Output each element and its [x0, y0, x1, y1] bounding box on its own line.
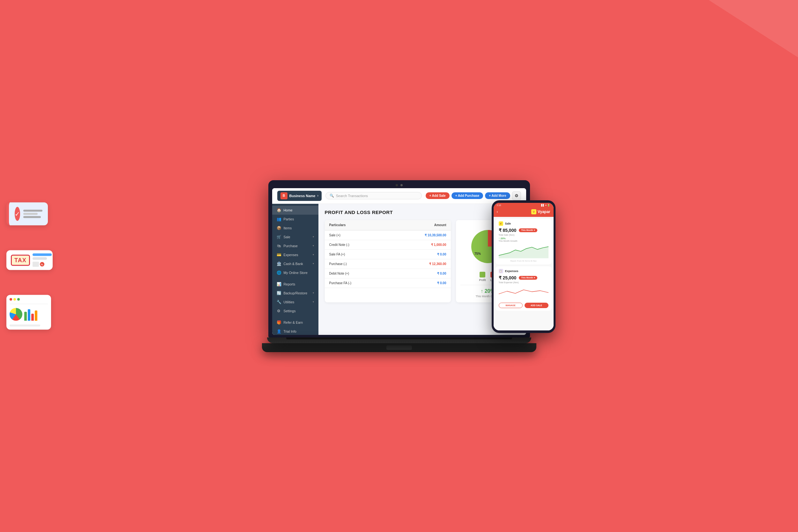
header-actions: + Add Sale + Add Purchase + Add More ⚙ — [426, 191, 521, 200]
add-sale-button[interactable]: + Add Sale — [426, 192, 449, 199]
camera-bar — [272, 184, 526, 186]
search-icon: 🔍 — [330, 194, 334, 198]
sidebar-item-cash-bank[interactable]: 🏦 Cash & Bank ▾ — [272, 259, 318, 268]
laptop-keyboard — [262, 343, 536, 352]
sale-month-chevron: ▾ — [534, 229, 535, 231]
pie-profit-label: 75% — [475, 252, 481, 255]
laptop-screen-frame: B Business Name › 🔍 Search Transactions … — [268, 180, 530, 338]
phone-back-button[interactable]: ‹ — [497, 210, 498, 214]
report-title: PROFIT AND LOSS REPORT — [325, 210, 520, 215]
expense-month-chevron: ▾ — [534, 277, 535, 279]
settings-icon: ⚙ — [515, 193, 519, 198]
vyapar-logo: V Vyapar — [531, 209, 551, 214]
add-sale-phone-button[interactable]: ADD SALE — [524, 303, 549, 308]
sale-chart-area — [499, 243, 549, 259]
particulars-cell: Purchase FA (-) — [325, 278, 389, 288]
sidebar-item-purchase[interactable]: 🛍 Purchase ▾ — [272, 242, 318, 250]
amount-cell: ₹ 0.00 — [388, 269, 450, 278]
sidebar-trial-label: Trial Info — [284, 329, 314, 333]
amount-cell: ₹ 10,39,500.00 — [388, 230, 450, 240]
sidebar-purchase-label: Purchase — [284, 244, 310, 248]
sidebar-expenses-label: Expenses — [284, 253, 310, 257]
settings-button[interactable]: ⚙ — [512, 191, 521, 200]
expense-section-icon: 📋 — [499, 269, 503, 273]
sidebar-item-reports[interactable]: 📊 Reports — [272, 280, 318, 289]
trial-icon: 👤 — [277, 329, 281, 334]
sidebar-cash-bank-label: Cash & Bank — [284, 262, 310, 266]
sidebar-reports-label: Reports — [284, 282, 314, 286]
business-name-button[interactable]: B Business Name › — [277, 191, 322, 201]
expense-chart-area — [499, 285, 549, 301]
check-icon: ✓ — [15, 207, 20, 221]
online-store-icon: 🌐 — [277, 270, 281, 275]
particulars-cell: Purchase (-) — [325, 259, 389, 269]
sidebar-item-utilities[interactable]: 🔧 Utilities ▾ — [272, 298, 318, 306]
parties-icon: 👥 — [277, 217, 281, 221]
expense-section: 📋 Expenses ₹ 25,000 This Month ▾ Total E… — [496, 266, 552, 311]
refer-icon: 🎁 — [277, 320, 281, 325]
amount-cell: ₹ 12,360.00 — [388, 259, 450, 269]
camera-dot — [396, 184, 398, 186]
sidebar-item-parties[interactable]: 👥 Parties — [272, 215, 318, 224]
add-more-button[interactable]: + Add More — [485, 192, 510, 199]
business-avatar: B — [280, 192, 287, 200]
sidebar-item-refer[interactable]: 🎁 Refer & Earn — [272, 318, 318, 327]
keyboard-trackpad — [386, 345, 412, 350]
laptop-hinge — [286, 338, 512, 339]
sidebar-item-expenses[interactable]: 💳 Expenses ▾ — [272, 250, 318, 259]
phone-status-bar: 2:10 ▋▋ ✦ 🔋 — [494, 203, 554, 208]
sidebar-settings-label: Settings — [284, 309, 314, 313]
sidebar-utilities-label: Utilities — [284, 300, 310, 304]
amount-cell: ₹ 0.00 — [388, 278, 450, 288]
expenses-icon: 💳 — [277, 253, 281, 257]
search-bar[interactable]: 🔍 Search Transactions — [326, 192, 422, 200]
sidebar-sale-label: Sale — [284, 235, 310, 239]
sidebar-online-store-label: My Online Store — [284, 271, 314, 274]
table-row: Credit Note (-)₹ 1,000.00 — [325, 240, 451, 249]
sidebar-item-items[interactable]: 📦 Items — [272, 224, 318, 232]
backup-chevron-icon: ▾ — [313, 291, 314, 294]
manage-button[interactable]: MANAGE — [499, 303, 523, 308]
utilities-icon: 🔧 — [277, 300, 281, 304]
expense-month-label: This Month — [521, 277, 533, 279]
sidebar-item-online-store[interactable]: 🌐 My Online Store — [272, 268, 318, 277]
chevron-right-icon: › — [317, 194, 318, 197]
sidebar-item-backup[interactable]: 🔄 Backup/Restore ▾ — [272, 289, 318, 298]
sidebar-item-trial[interactable]: 👤 Trial Info — [272, 327, 318, 335]
phone-header: ‹ V Vyapar — [494, 208, 554, 217]
particulars-cell: Debit Note (+) — [325, 269, 389, 278]
sidebar-item-sale[interactable]: 🛒 Sale ▾ — [272, 232, 318, 242]
expense-amount-row: ₹ 25,000 This Month ▾ — [499, 275, 549, 280]
sale-growth: ↑ 20% — [499, 237, 549, 240]
amount-cell: ₹ 1,000.00 — [388, 240, 450, 249]
add-purchase-button[interactable]: + Add Purchase — [451, 192, 483, 199]
expense-title-label: Expenses — [505, 269, 519, 273]
business-name-label: Business Name — [290, 194, 316, 198]
particulars-cell: Sale FA (+) — [325, 249, 389, 259]
left-decorations: ✓ TAX % — [6, 203, 53, 330]
profit-loss-table: Particulars Amount Sale (+)₹ 10,39,500.0… — [325, 220, 451, 288]
home-icon: 🏠 — [277, 208, 281, 212]
profit-legend-label: Profit — [479, 279, 486, 282]
expense-month-button[interactable]: This Month ▾ — [519, 276, 537, 280]
main-scene: B Business Name › 🔍 Search Transactions … — [208, 174, 591, 359]
reports-icon: 📊 — [277, 282, 281, 286]
sale-amount-row: ₹ 85,000 This Month ▾ — [499, 228, 549, 233]
sale-month-button[interactable]: This Month ▾ — [519, 228, 537, 232]
backup-icon: 🔄 — [277, 291, 281, 295]
phone-content: 💰 Sale ₹ 85,000 This Month ▾ Total Sale … — [494, 217, 554, 330]
amount-header: Amount — [388, 220, 450, 230]
sidebar-item-settings[interactable]: ⚙ Settings — [272, 306, 318, 316]
expense-total-label: Total Expense (Nov) — [499, 281, 549, 284]
app-header: B Business Name › 🔍 Search Transactions … — [272, 188, 526, 204]
camera-indicator — [401, 184, 403, 186]
sale-growth-label: This Month Growth — [499, 240, 549, 242]
notebook-decoration: ✓ — [6, 203, 48, 226]
tax-label: TAX — [11, 254, 30, 266]
sidebar-item-home[interactable]: 🏠 Home — [272, 206, 318, 215]
sidebar-items-label: Items — [284, 226, 314, 230]
expenses-chevron-icon: ▾ — [313, 253, 314, 256]
sidebar-backup-label: Backup/Restore — [284, 291, 310, 295]
sidebar-refer-label: Refer & Earn — [284, 321, 314, 324]
particulars-cell: Sale (+) — [325, 230, 389, 240]
